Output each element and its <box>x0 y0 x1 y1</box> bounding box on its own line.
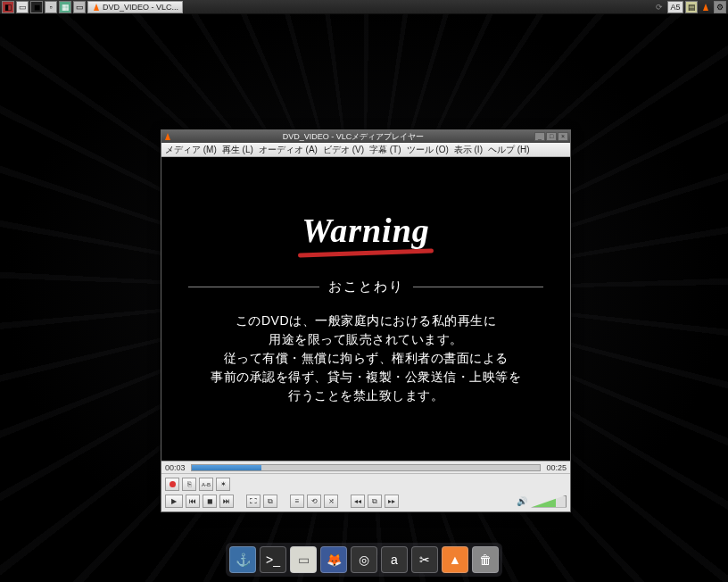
dock-audio[interactable]: a <box>381 546 408 573</box>
seek-bar[interactable] <box>191 464 542 471</box>
dock-files[interactable]: ▭ <box>290 546 317 573</box>
tb-launcher-1[interactable]: ◧ <box>2 1 14 13</box>
dock-camera[interactable]: ◎ <box>351 546 377 573</box>
tb-launcher-6[interactable]: ▭ <box>73 1 86 13</box>
tb-launcher-3[interactable]: ◼ <box>30 1 43 13</box>
skip-back-button[interactable]: ◂◂ <box>351 495 365 508</box>
snapshot-button[interactable]: ⎘ <box>182 478 196 491</box>
dock-vlc[interactable]: ▲ <box>442 546 468 573</box>
tray-refresh-icon[interactable]: ⟳ <box>653 1 666 13</box>
menu-playback[interactable]: 再生 (L) <box>222 144 253 156</box>
seek-row: 00:03 00:25 <box>161 461 570 473</box>
tray-vlc-icon[interactable] <box>699 1 712 13</box>
close-button[interactable]: × <box>558 132 568 141</box>
tray-ime[interactable]: A5 <box>667 1 683 13</box>
ab-loop-button[interactable]: A-B <box>199 478 213 491</box>
time-current: 00:03 <box>165 463 186 472</box>
fullscreen-button[interactable]: ⛶ <box>246 495 261 508</box>
tb-launcher-2[interactable]: ▭ <box>16 1 29 13</box>
tb-launcher-5[interactable]: ▦ <box>59 1 71 13</box>
tb-launcher-4[interactable]: ▫ <box>45 1 57 13</box>
speaker-icon[interactable]: 🔊 <box>517 496 527 506</box>
menu-subtitle[interactable]: 字幕 (T) <box>369 144 401 156</box>
taskbar-app-vlc[interactable]: DVD_VIDEO - VLC... <box>87 1 183 13</box>
ext-settings-button[interactable]: ⧉ <box>263 495 277 508</box>
next-button[interactable]: ⏭ <box>219 495 234 508</box>
warning-body: このDVDは、一般家庭内における私的再生に 用途を限って販売されています。 従っ… <box>211 312 521 405</box>
time-total: 00:25 <box>546 463 567 472</box>
dock-trash[interactable]: 🗑 <box>472 546 499 573</box>
vlc-window: DVD_VIDEO - VLCメディアプレイヤー _ □ × メディア (M) … <box>161 129 571 512</box>
seek-fill <box>192 465 261 470</box>
video-area[interactable]: Warning おことわり このDVDは、一般家庭内における私的再生に 用途を限… <box>161 157 570 461</box>
menu-view[interactable]: 表示 (I) <box>454 144 483 156</box>
volume-slider[interactable] <box>531 495 567 508</box>
menu-media[interactable]: メディア (M) <box>165 144 217 156</box>
warning-heading: Warning <box>302 211 430 250</box>
play-button[interactable]: ▶ <box>165 495 183 508</box>
window-title: DVD_VIDEO - VLCメディアプレイヤー <box>172 131 534 143</box>
menu-video[interactable]: ビデオ (V) <box>323 144 364 156</box>
dock-firefox[interactable]: 🦊 <box>320 546 347 573</box>
stop-button[interactable]: ◼ <box>203 495 217 508</box>
record-button[interactable] <box>165 478 179 491</box>
vlc-cone-icon <box>163 132 172 141</box>
loop-button[interactable]: ⟲ <box>307 495 321 508</box>
dock: ⚓>_▭🦊◎a✂▲🗑 <box>226 543 502 577</box>
skip-fwd-button[interactable]: ▸▸ <box>385 495 399 508</box>
effects-button[interactable]: ✶ <box>216 478 230 491</box>
playlist-button[interactable]: ≡ <box>290 495 304 508</box>
tray-clipboard-icon[interactable]: ▤ <box>685 1 698 13</box>
dock-video-editor[interactable]: ✂ <box>411 546 438 573</box>
controls: ⎘ A-B ✶ ▶ ⏮ ◼ ⏭ ⛶ ⧉ ≡ ⟲ ⤨ ◂◂ ⧉ ▸▸ 🔊 <box>161 473 570 511</box>
maximize-button[interactable]: □ <box>546 132 557 141</box>
minimize-button[interactable]: _ <box>534 132 545 141</box>
menu-tools[interactable]: ツール (O) <box>407 144 449 156</box>
taskbar-app-label: DVD_VIDEO - VLC... <box>103 3 178 12</box>
frame-step-button[interactable]: ⧉ <box>368 495 382 508</box>
svg-marker-2 <box>165 133 170 140</box>
tray-settings-icon[interactable]: ⚙ <box>714 1 726 13</box>
svg-marker-1 <box>703 4 708 11</box>
taskbar: ◧ ▭ ◼ ▫ ▦ ▭ DVD_VIDEO - VLC... ⟳ A5 ▤ ⚙ <box>0 0 728 14</box>
svg-marker-0 <box>94 4 99 11</box>
menu-audio[interactable]: オーディオ (A) <box>259 144 318 156</box>
prev-button[interactable]: ⏮ <box>186 495 200 508</box>
dock-terminal[interactable]: >_ <box>260 546 286 573</box>
titlebar[interactable]: DVD_VIDEO - VLCメディアプレイヤー _ □ × <box>161 130 570 143</box>
menubar: メディア (M) 再生 (L) オーディオ (A) ビデオ (V) 字幕 (T)… <box>161 143 570 157</box>
divider-label: おことわり <box>328 279 404 295</box>
divider-row: おことわり <box>188 279 543 295</box>
shuffle-button[interactable]: ⤨ <box>324 495 338 508</box>
dock-anchor[interactable]: ⚓ <box>229 546 256 573</box>
menu-help[interactable]: ヘルプ (H) <box>488 144 530 156</box>
